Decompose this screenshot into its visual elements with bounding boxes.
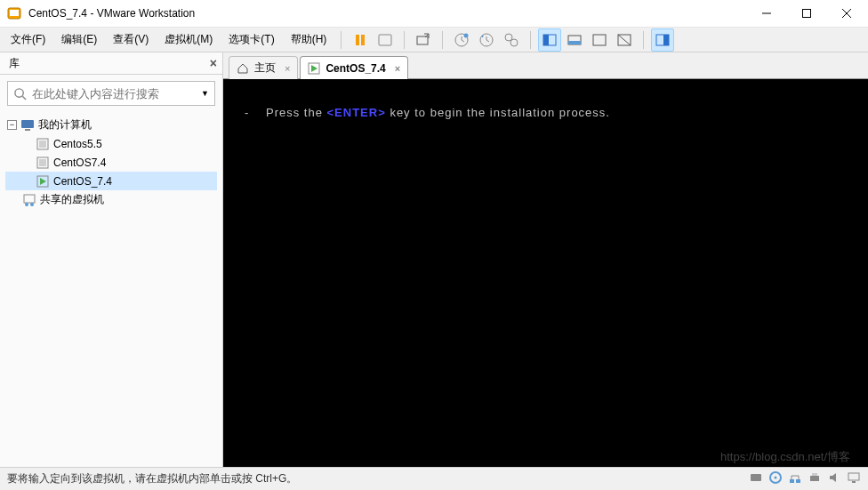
search-dropdown-icon[interactable]: ▼: [201, 89, 209, 98]
monitor-icon: [20, 118, 35, 133]
unity-button[interactable]: [613, 28, 636, 52]
search-input[interactable]: [32, 87, 201, 100]
svg-marker-33: [40, 178, 46, 185]
svg-rect-19: [593, 35, 606, 45]
show-console-button[interactable]: [538, 28, 561, 52]
svg-rect-29: [39, 141, 46, 148]
svg-line-21: [618, 35, 631, 45]
svg-point-13: [505, 34, 512, 41]
content-area: 主页 × CentOS_7.4 × - Press the <ENTER> ke…: [223, 52, 868, 467]
svg-rect-3: [802, 10, 810, 18]
thumbnail-bar-button[interactable]: [651, 28, 674, 52]
menu-edit[interactable]: 编辑(E): [54, 28, 104, 51]
shared-vm-icon: [22, 193, 36, 207]
minimize-button[interactable]: [746, 1, 786, 27]
library-sidebar: 库 × ▼ − 我的计算机 Centos5.5 CentOS7.4: [0, 52, 223, 467]
status-device-icons: [749, 470, 861, 487]
revert-snapshot-button[interactable]: [475, 28, 498, 52]
network-icon[interactable]: [788, 470, 802, 487]
quick-switch-button[interactable]: [563, 28, 586, 52]
tab-vm-label: CentOS_7.4: [326, 62, 385, 75]
sidebar-close-button[interactable]: ×: [210, 56, 217, 70]
svg-rect-23: [663, 35, 669, 45]
svg-marker-38: [311, 65, 317, 72]
library-tree: − 我的计算机 Centos5.5 CentOS7.4 CentOS_7.4 共…: [0, 112, 222, 213]
status-bar: 要将输入定向到该虚拟机，请在虚拟机内部单击或按 Ctrl+G。: [0, 467, 868, 490]
tree-root-label: 我的计算机: [38, 117, 92, 133]
separator: [341, 31, 342, 49]
svg-point-36: [30, 203, 34, 206]
tab-home[interactable]: 主页 ×: [229, 56, 298, 79]
tree-item-label: Centos5.5: [53, 138, 102, 150]
close-button[interactable]: [826, 1, 866, 27]
svg-rect-1: [10, 10, 19, 16]
menu-file[interactable]: 文件(F): [4, 28, 52, 51]
sidebar-title: 库: [9, 56, 20, 71]
disk-icon[interactable]: [749, 470, 763, 487]
svg-rect-34: [24, 195, 35, 203]
menu-vm[interactable]: 虚拟机(M): [157, 28, 220, 51]
send-ctrl-alt-del-button[interactable]: [412, 28, 435, 52]
svg-point-11: [464, 33, 469, 37]
manage-snapshots-button[interactable]: [500, 28, 523, 52]
svg-point-41: [775, 477, 777, 479]
vm-icon: [36, 137, 50, 151]
display-icon[interactable]: [847, 470, 861, 487]
sidebar-header: 库 ×: [0, 52, 222, 75]
snapshot-button[interactable]: [450, 28, 473, 52]
vm-running-icon: [36, 174, 50, 189]
vm-icon: [36, 156, 50, 170]
tree-item-vm-selected[interactable]: CentOS_7.4: [5, 172, 217, 190]
menu-view[interactable]: 查看(V): [106, 28, 156, 51]
tab-home-label: 主页: [254, 60, 276, 76]
tree-root-shared[interactable]: 共享的虚拟机: [5, 190, 217, 209]
pause-button[interactable]: [349, 28, 372, 52]
svg-rect-7: [361, 35, 365, 45]
window-title: CentOS_7.4 - VMware Workstation: [28, 7, 746, 20]
fullscreen-button[interactable]: [588, 28, 611, 52]
tree-collapse-icon[interactable]: −: [7, 120, 17, 130]
separator: [404, 31, 405, 49]
title-bar: CentOS_7.4 - VMware Workstation: [0, 0, 868, 28]
window-controls: [746, 1, 866, 27]
svg-rect-39: [751, 474, 761, 481]
home-icon: [237, 62, 249, 75]
tab-close-icon[interactable]: ×: [395, 63, 400, 74]
svg-rect-31: [39, 159, 46, 166]
svg-rect-26: [21, 120, 34, 128]
svg-rect-44: [810, 476, 819, 481]
printer-icon[interactable]: [808, 470, 822, 487]
vm-running-icon: [308, 62, 320, 75]
separator: [442, 31, 443, 49]
menu-help[interactable]: 帮助(H): [284, 28, 334, 51]
tree-shared-label: 共享的虚拟机: [40, 192, 104, 207]
cd-icon[interactable]: [768, 470, 783, 487]
maximize-button[interactable]: [786, 1, 826, 27]
tab-close-icon[interactable]: ×: [285, 63, 290, 74]
tree-item-vm[interactable]: CentOS7.4: [5, 153, 217, 172]
svg-point-35: [25, 203, 28, 206]
svg-rect-45: [812, 473, 817, 476]
svg-rect-42: [790, 479, 794, 483]
separator: [643, 31, 644, 49]
tree-item-vm[interactable]: Centos5.5: [5, 134, 217, 153]
tree-item-label: CentOS_7.4: [53, 175, 112, 188]
svg-rect-16: [543, 35, 549, 45]
svg-rect-9: [417, 36, 428, 44]
tree-item-label: CentOS7.4: [53, 157, 106, 169]
tab-vm[interactable]: CentOS_7.4 ×: [300, 56, 408, 79]
tree-root-my-computer[interactable]: − 我的计算机: [5, 116, 217, 134]
search-icon: [13, 87, 27, 100]
svg-rect-46: [848, 473, 859, 480]
svg-rect-6: [356, 35, 359, 45]
library-search[interactable]: ▼: [7, 81, 215, 106]
svg-rect-43: [796, 479, 800, 483]
svg-line-25: [22, 96, 26, 100]
sound-icon[interactable]: [827, 470, 841, 487]
vm-console[interactable]: - Press the <ENTER> key to begin the ins…: [223, 79, 868, 467]
svg-rect-18: [568, 41, 581, 44]
power-button[interactable]: [374, 28, 397, 52]
console-text: - Press the <ENTER> key to begin the ins…: [245, 106, 847, 119]
status-text: 要将输入定向到该虚拟机，请在虚拟机内部单击或按 Ctrl+G。: [7, 471, 297, 486]
menu-tabs[interactable]: 选项卡(T): [221, 28, 281, 51]
